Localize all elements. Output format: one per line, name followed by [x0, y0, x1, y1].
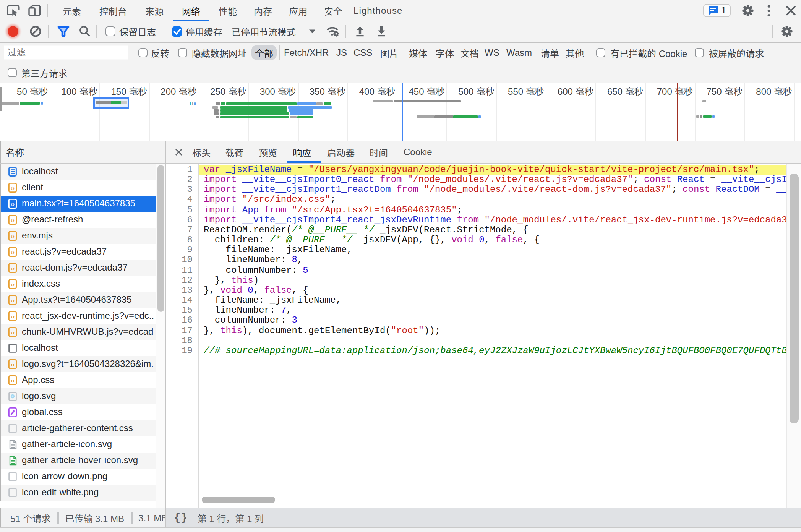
svg-text:‹›: ‹›	[11, 377, 15, 383]
svg-text:‹›: ‹›	[11, 200, 15, 207]
svg-text:‹›: ‹›	[11, 281, 15, 287]
svg-text:‹›: ‹›	[11, 248, 15, 255]
svg-text:‹›: ‹›	[11, 313, 15, 319]
svg-text:‹›: ‹›	[11, 216, 15, 223]
svg-text:‹›: ‹›	[11, 361, 15, 367]
svg-text:‹›: ‹›	[11, 232, 15, 239]
svg-text:‹›: ‹›	[11, 184, 15, 191]
svg-text:‹›: ‹›	[11, 329, 15, 335]
svg-text:‹›: ‹›	[11, 297, 15, 303]
svg-text:‹›: ‹›	[11, 264, 15, 271]
